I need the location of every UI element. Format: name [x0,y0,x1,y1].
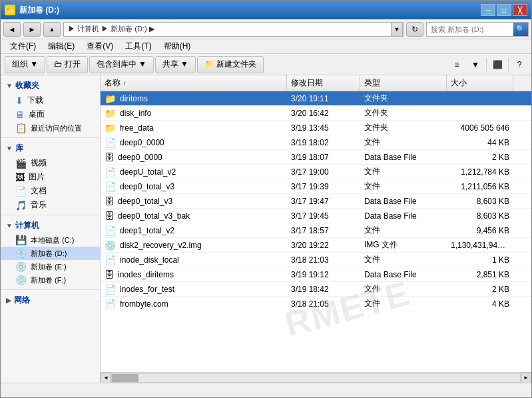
sidebar-favorites-header[interactable]: ▼ 收藏夹 [1,78,100,93]
sidebar-item-desktop-label: 桌面 [29,109,45,120]
table-row[interactable]: 📄inodes_for_test3/19 18:42文件2 KB [101,282,531,297]
file-date: 3/17 19:39 [287,182,360,191]
sidebar-computer-header[interactable]: ▼ 计算机 [1,218,100,233]
table-row[interactable]: 📄deep0_00003/19 18:02文件44 KB [101,135,531,150]
file-name: inodes_diritems [118,270,174,279]
sidebar-network-header[interactable]: ▶ 网络 [1,293,100,308]
file-type: 文件夹 [360,93,447,104]
file-list[interactable]: 名称 ↑ 修改日期 类型 大小 📁diritems3/20 19:11文件夹📁d… [101,75,531,372]
file-type: 文件 [360,181,447,192]
picture-icon: 🖼 [15,172,25,183]
sidebar-item-music[interactable]: 🎵 音乐 [1,198,100,212]
file-name: deep1_total_v2 [120,226,174,235]
table-row[interactable]: 📄frombyte.com3/18 21:05文件4 KB [101,297,531,311]
file-date: 3/18 21:03 [287,255,360,265]
up-button[interactable]: ▲ [43,22,61,37]
file-type: 文件 [360,298,447,309]
share-button[interactable]: 共享 ▼ [155,56,196,73]
document-icon: 📄 [15,186,27,197]
menu-tools[interactable]: 工具(T) [120,39,156,53]
address-input[interactable]: ▶ 计算机 ▶ 新加卷 (D:) ▶ [64,23,391,36]
table-row[interactable]: 📁free_data3/19 13:45文件夹4006 505 646 [101,121,531,135]
organize-button[interactable]: 组织 ▼ [5,56,45,73]
table-row[interactable]: 📄inode_disk_local3/18 21:03文件1 KB [101,253,531,267]
window-controls: ─ □ ╳ [481,4,527,16]
drive-c-icon: 💾 [15,235,27,245]
file-date: 3/20 19:11 [287,94,360,103]
file-size: 8,603 KB [447,197,513,206]
new-folder-button[interactable]: 📁 新建文件夹 [197,56,264,73]
file-icon: 📁 [105,108,116,119]
view-dropdown-button[interactable]: ▼ [467,57,483,72]
forward-button[interactable]: ► [23,22,41,37]
view-details-button[interactable]: ⬛ [489,57,505,72]
file-icon: 📄 [105,167,116,177]
scroll-track[interactable] [111,373,521,383]
table-row[interactable]: 🗄inodes_diritems3/19 19:12Data Base File… [101,267,531,282]
table-row[interactable]: 📄deep1_total_v23/17 18:57文件9,456 KB [101,223,531,238]
sidebar-item-drive-e[interactable]: 💿 新加卷 (E:) [1,260,100,273]
table-row[interactable]: 🗄deep0_total_v3_bak3/17 19:45Data Base F… [101,209,531,223]
table-row[interactable]: 📁disk_info3/20 16:42文件夹 [101,106,531,121]
drive-f-icon: 💿 [15,275,27,285]
library-expand-icon: ▼ [6,145,13,152]
table-row[interactable]: 🗄deep0_total_v33/17 19:47Data Base File8… [101,194,531,209]
open-button[interactable]: 🗁 打开 [47,56,87,73]
sidebar-item-drive-d-label: 新加卷 (D:) [31,249,67,259]
refresh-button[interactable]: ↻ [406,22,423,37]
scroll-thumb[interactable] [112,374,138,382]
file-area: RMETE 名称 ↑ 修改日期 类型 大小 [101,75,531,383]
horizontal-scrollbar[interactable]: ◄ ► [101,372,531,383]
sidebar-item-download[interactable]: ⬇ 下载 [1,93,100,107]
column-header-name[interactable]: 名称 ↑ [101,75,287,91]
status-bar [1,383,531,397]
table-row[interactable]: 💿disk2_recovery_v2.img3/20 19:22IMG 文件1,… [101,238,531,253]
menu-file[interactable]: 文件(F) [5,39,41,53]
sidebar-item-drive-c-label: 本地磁盘 (C:) [31,235,74,245]
sidebar-item-drive-d[interactable]: 💿 新加卷 (D:) [1,247,100,260]
sidebar-item-video[interactable]: 🎬 视频 [1,156,100,170]
file-type: Data Base File [360,211,447,221]
maximize-button[interactable]: □ [497,4,511,16]
include-library-button[interactable]: 包含到库中 ▼ [89,56,154,73]
sidebar-item-picture[interactable]: 🖼 图片 [1,170,100,184]
address-bar: ◄ ► ▲ ▶ 计算机 ▶ 新加卷 (D:) ▶ ▼ ↻ 🔍 [1,19,531,39]
column-header-size[interactable]: 大小 [447,75,513,91]
scroll-left-button[interactable]: ◄ [101,373,111,383]
file-name: inode_disk_local [120,255,179,265]
menu-help[interactable]: 帮助(H) [158,39,196,53]
menu-view[interactable]: 查看(V) [81,39,119,53]
file-date: 3/19 18:42 [287,285,360,294]
menu-edit[interactable]: 编辑(E) [43,39,80,53]
table-row[interactable]: 📁diritems3/20 19:11文件夹 [101,91,531,106]
file-size: 4006 505 646 [447,123,513,133]
sidebar-item-document[interactable]: 📄 文档 [1,184,100,198]
scroll-right-button[interactable]: ► [521,373,531,383]
table-row[interactable]: 🗄deep0_00003/19 18:07Data Base File2 KB [101,150,531,165]
back-button[interactable]: ◄ [3,22,21,37]
file-size: 1,130,431,944 KB [447,241,513,250]
view-icon-button[interactable]: ≡ [449,57,465,72]
file-icon: 📄 [105,181,116,192]
sidebar-item-desktop[interactable]: 🖥 桌面 [1,107,100,121]
search-button[interactable]: 🔍 [513,23,528,36]
file-name: deep0_total_v3 [118,197,172,206]
help-button[interactable]: ? [511,57,527,72]
sidebar-item-drive-c[interactable]: 💾 本地磁盘 (C:) [1,233,100,247]
sidebar-item-drive-f[interactable]: 💿 新加卷 (F:) [1,273,100,287]
column-header-date[interactable]: 修改日期 [287,75,360,91]
table-row[interactable]: 📄deep0_total_v33/17 19:39文件1,211,056 KB [101,179,531,194]
table-row[interactable]: 📄deepU_total_v23/17 19:00文件1,212,784 KB [101,165,531,179]
network-expand-icon: ▶ [6,297,11,304]
address-dropdown-button[interactable]: ▼ [391,22,403,37]
column-header-type[interactable]: 类型 [360,75,447,91]
search-input[interactable] [427,23,513,36]
close-button[interactable]: ╳ [513,4,527,16]
sidebar-item-recent[interactable]: 📋 最近访问的位置 [1,121,100,135]
sidebar-divider3 [1,289,100,290]
sidebar-library-header[interactable]: ▼ 库 [1,141,100,156]
minimize-button[interactable]: ─ [481,4,495,16]
window-title: 新加卷 (D:) [19,5,481,16]
file-size: 1,212,784 KB [447,167,513,177]
desktop-icon: 🖥 [15,109,25,120]
